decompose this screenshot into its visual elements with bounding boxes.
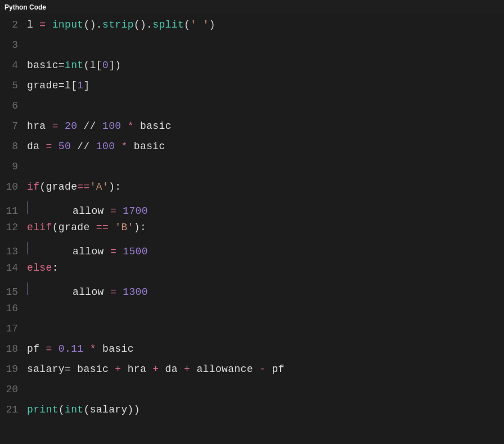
code-token: basic [71,364,115,375]
code-token: (l[ [83,60,102,71]
code-token: = [39,19,46,30]
line-number: 19 [0,364,27,375]
code-token: 50 [58,141,71,152]
code-token: 'B' [115,222,134,233]
code-token: * [122,141,128,152]
code-token [116,246,123,257]
code-token: 100 [102,120,122,132]
line-number: 3 [0,39,27,51]
line-number: 4 [0,60,27,71]
code-token: da [27,141,46,152]
line-content: print(int(salary)) [27,404,140,415]
line-number: 10 [0,181,27,192]
line-number: 5 [0,80,27,91]
line-content: pf = 0.11 * basic [27,343,134,355]
code-line: 16 [0,302,504,322]
indent-bar [27,201,28,214]
code-token: basic [96,343,134,355]
code-token: (grade [39,181,77,192]
code-line: 12elif(grade == 'B'): [0,221,504,241]
code-token: int [65,404,84,415]
code-token: * [128,120,134,132]
line-number: 11 [0,205,27,217]
code-token: da [159,364,184,375]
code-token: ): [134,222,146,233]
code-token [46,19,52,30]
code-token: = [110,246,116,257]
code-token: = [46,141,52,152]
code-line: 7hra = 20 // 100 * basic [0,119,504,140]
code-line: 15 allow = 1300 [0,281,504,302]
code-token: + [184,364,190,375]
code-token: == [96,222,109,233]
line-content: basic=int(l[0]) [27,60,121,71]
code-token: ) [209,19,215,30]
indent-bar [27,282,28,295]
line-content: hra = 20 // 100 * basic [27,120,172,132]
code-token: int [65,60,84,71]
code-token: ( [58,404,65,415]
code-token: =l[ [58,80,78,91]
code-token: basic [27,60,58,71]
code-token: = [58,60,65,71]
code-token: (salary)) [83,404,140,415]
line-content: elif(grade == 'B'): [27,222,146,233]
code-line: 6 [0,99,504,119]
code-token: basic [128,141,165,152]
code-token: basic [134,120,172,132]
code-line: 8da = 50 // 100 * basic [0,140,504,160]
code-token: ] [83,80,89,91]
code-line: 19salary= basic + hra + da + allowance -… [0,362,504,383]
code-token [109,222,115,233]
line-number: 21 [0,404,27,415]
code-token: elif [27,222,52,233]
code-token: 'A' [90,181,109,192]
code-token: (). [134,19,153,30]
code-token: = [65,364,71,375]
line-number: 2 [0,19,27,30]
code-token: l [27,19,39,30]
code-token: ]) [109,60,121,71]
code-line: 9 [0,160,504,180]
code-token: input [52,19,84,30]
code-token: = [110,286,116,298]
code-token: * [90,343,96,355]
code-token [58,120,65,132]
code-token [121,120,127,132]
line-number: 7 [0,120,27,132]
code-token: if [27,181,39,192]
code-token: == [77,181,89,192]
code-token: allowance [190,364,259,375]
code-token: hra [121,364,152,375]
line-number: 8 [0,141,27,152]
line-content: da = 50 // 100 * basic [27,141,165,152]
code-token: + [115,364,121,375]
code-token [84,343,90,355]
code-container: 2l = input().strip().split(' ')34basic=i… [0,14,504,444]
code-line: 13 allow = 1500 [0,241,504,261]
code-token: ): [109,181,121,192]
code-token [52,343,58,355]
title-text: Python Code [4,3,46,11]
code-token: grade [27,80,58,91]
code-line: 17 [0,322,504,342]
line-number: 17 [0,323,27,334]
line-number: 18 [0,343,27,355]
line-number: 16 [0,303,27,314]
code-token [115,141,121,152]
code-line: 20 [0,383,504,403]
code-token: = [110,205,116,217]
code-token [116,205,123,217]
line-number: 13 [0,246,27,257]
code-token: 1700 [123,205,148,217]
code-line: 2l = input().strip().split(' ') [0,18,504,38]
code-token [52,141,58,152]
line-number: 6 [0,100,27,111]
code-line: 10if(grade=='A'): [0,180,504,200]
line-number: 15 [0,286,27,298]
code-token: = [52,120,58,132]
code-token: (). [83,19,102,30]
line-number: 9 [0,161,27,172]
code-line: 14else: [0,261,504,281]
code-token: print [27,404,58,415]
